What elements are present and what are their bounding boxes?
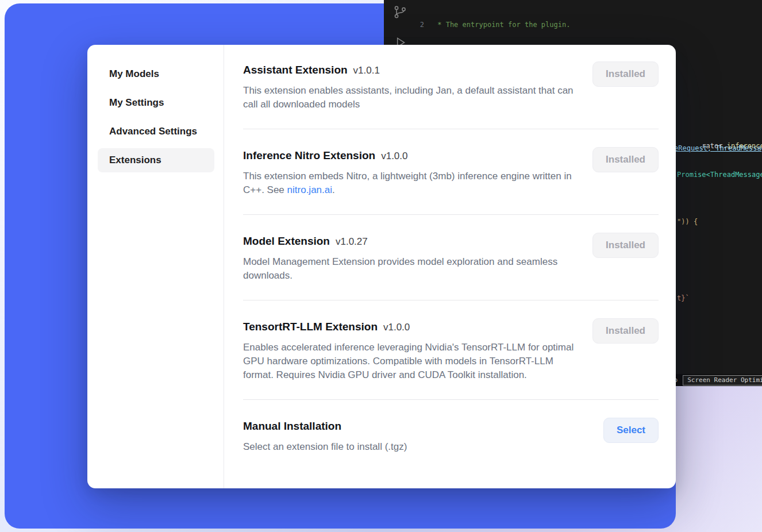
extension-description: This extension embeds Nitro, a lightweig… [243,169,579,197]
extension-title: Inference Nitro Extension [243,149,375,161]
select-file-button[interactable]: Select [603,418,659,443]
extension-section-assistant: Assistant Extensionv1.0.1 This extension… [243,63,659,111]
installed-button[interactable]: Installed [592,61,659,87]
sidebar-item-extensions[interactable]: Extensions [98,148,214,172]
code-fragment: t}` [677,294,690,303]
code-line: 2 * The entrypoint for the plugin. [416,20,762,30]
extension-description: This extension enables assistants, inclu… [243,84,579,111]
sidebar-item-advanced-settings[interactable]: Advanced Settings [98,119,214,144]
extension-title: Manual Installation [243,420,341,432]
source-control-icon [392,5,407,22]
extension-section-inference-nitro: Inference Nitro Extensionv1.0.0 This ext… [243,149,659,197]
installed-button[interactable]: Installed [592,233,659,258]
extension-description: Model Management Extension provides mode… [243,255,579,283]
page-background: 2 * The entrypoint for the plugin. 3 */ … [0,0,762,532]
extension-title: Assistant Extension [243,64,348,76]
installed-button[interactable]: Installed [592,318,659,344]
screen-reader-badge: Screen Reader Optimiz [683,375,762,385]
section-divider [243,300,659,300]
section-divider [243,399,659,400]
extension-section-tensorrt-llm: TensortRT-LLM Extensionv1.0.0 Enables ac… [243,320,659,382]
manual-installation-section: Manual Installation Select an extension … [243,419,659,454]
extension-version: v1.0.0 [383,322,410,333]
extension-section-model: Model Extensionv1.0.27 Model Management … [243,234,659,283]
sidebar-item-my-settings[interactable]: My Settings [98,91,214,115]
sidebar-item-my-models[interactable]: My Models [98,62,214,86]
extension-description: Enables accelerated inference leveraging… [243,341,579,382]
code-fragment: Promise<ThreadMessage> [677,170,762,180]
extension-version: v1.0.0 [381,151,407,161]
code-fragment: ")) { [677,217,698,227]
extension-title: TensortRT-LLM Extension [243,321,378,333]
line-number: 2 [416,20,424,30]
settings-sidebar: My Models My Settings Advanced Settings … [87,45,224,488]
extension-title: Model Extension [243,235,330,247]
extension-version: v1.0.1 [353,65,380,76]
extension-description: Select an extension file to install (.tg… [243,440,407,454]
nitro-jan-ai-link[interactable]: nitro.jan.ai [287,184,332,195]
section-divider [243,214,659,215]
code-fragment: rator.inference(data)); [677,132,762,160]
extension-version: v1.0.27 [336,236,368,247]
settings-modal: My Models My Settings Advanced Settings … [87,45,676,488]
extensions-panel: Assistant Extensionv1.0.1 This extension… [224,45,676,488]
section-divider [243,129,659,129]
installed-button[interactable]: Installed [592,147,659,172]
